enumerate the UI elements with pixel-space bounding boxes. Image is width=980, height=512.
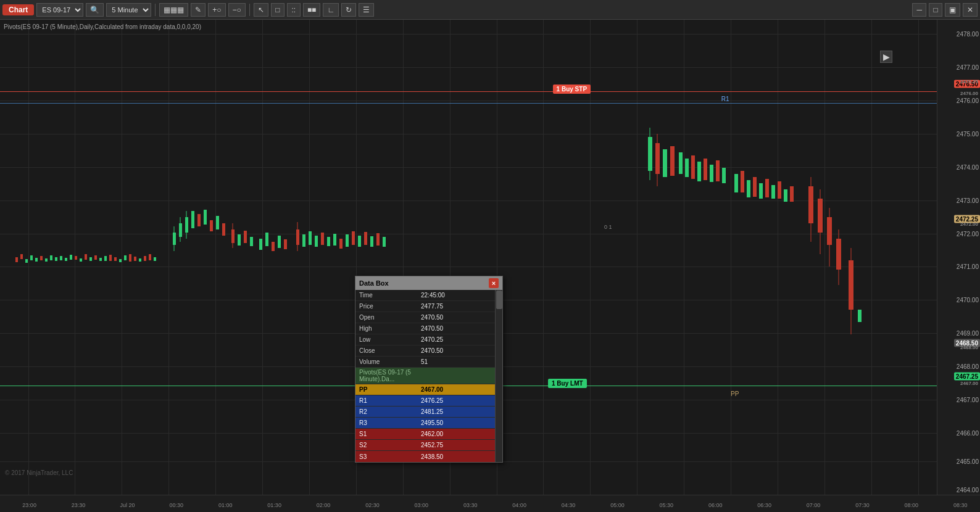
data-box-row: Low2470.25 (355, 334, 495, 345)
data-box-row: High2470.50 (355, 323, 495, 334)
svg-rect-5 (40, 256, 43, 260)
data-box-row: S22452.75 (355, 440, 495, 451)
svg-rect-55 (296, 229, 299, 245)
price-label: 2476.00 (957, 97, 979, 104)
pencil-icon: ✎ (195, 6, 201, 14)
svg-rect-104 (827, 217, 832, 245)
data-row-value: 2438.50 (417, 451, 495, 462)
window-maximize[interactable]: □ (929, 3, 942, 17)
symbol-select[interactable]: ES 09-17 (36, 3, 83, 17)
price-label: 2471.00 (957, 263, 979, 270)
svg-rect-52 (272, 242, 275, 251)
time-label: 03:00 (415, 502, 429, 508)
svg-rect-24 (134, 257, 136, 261)
svg-rect-83 (697, 162, 701, 181)
svg-rect-58 (302, 234, 305, 247)
list-button[interactable]: ☰ (359, 3, 374, 17)
svg-rect-51 (265, 233, 268, 246)
price-label: 2477.00 (957, 64, 979, 71)
svg-rect-65 (346, 234, 349, 247)
path-button[interactable]: ∟ (323, 3, 339, 17)
svg-rect-22 (124, 255, 127, 260)
data-row-label: Pivots(ES 09-17 (5 Minute).Da... (355, 368, 417, 384)
data-row-label: Low (355, 334, 417, 345)
path-icon: ∟ (327, 6, 334, 14)
svg-rect-28 (154, 257, 156, 261)
svg-rect-15 (89, 257, 92, 261)
data-box-header[interactable]: Data Box × (355, 276, 502, 290)
cursor-button[interactable]: ↖ (254, 3, 268, 17)
window-minimize[interactable]: ─ (912, 3, 926, 17)
svg-rect-110 (849, 260, 853, 310)
bar-type-button[interactable]: ▦▦▦ (159, 3, 188, 17)
price-label: 2464.00 (957, 487, 979, 493)
window-close[interactable]: ✕ (963, 3, 978, 17)
time-label: Jul 20 (120, 502, 135, 508)
snapshot-button[interactable]: □ (271, 3, 284, 17)
svg-rect-84 (704, 159, 707, 180)
time-label: 05:00 (610, 502, 625, 508)
svg-rect-63 (333, 234, 336, 246)
chart-main[interactable]: Pivots(ES 09-17 (5 Minute),Daily,Calcula… (0, 20, 937, 495)
data-row-label: S2 (355, 440, 417, 450)
svg-rect-9 (60, 256, 62, 260)
grid-button[interactable]: :: (287, 3, 301, 17)
data-box-close-button[interactable]: × (489, 278, 499, 288)
window-restore[interactable]: ▣ (945, 3, 960, 17)
data-row-label: Volume (355, 357, 417, 367)
svg-rect-85 (710, 165, 713, 182)
data-row-label: Price (355, 301, 417, 312)
svg-rect-93 (765, 179, 769, 197)
data-row-label: R3 (355, 418, 417, 428)
svg-rect-86 (716, 160, 720, 181)
timeframe-select[interactable]: 5 Minute (106, 3, 151, 17)
svg-rect-89 (741, 171, 744, 192)
svg-rect-47 (238, 234, 241, 246)
refresh-button[interactable]: ↻ (341, 3, 356, 17)
svg-rect-39 (197, 214, 201, 226)
time-axis: 23:00 23:30 Jul 20 00:30 01:00 01:30 02:… (0, 495, 980, 512)
svg-rect-96 (784, 189, 787, 202)
time-label: 23:30 (72, 502, 86, 508)
data-row-value: 2467.00 (417, 384, 495, 395)
navigate-button[interactable]: ▶ (880, 51, 892, 63)
data-box-row: S32438.50 (355, 451, 495, 462)
chart-tab[interactable]: Chart (2, 4, 34, 15)
search-button[interactable]: 🔍 (86, 3, 104, 17)
svg-rect-66 (352, 231, 355, 245)
zoom-in-button[interactable]: +○ (208, 3, 225, 17)
svg-rect-27 (149, 254, 151, 260)
scrollbar-thumb[interactable] (496, 291, 502, 309)
data-row-value (417, 368, 495, 384)
zoom-out-button[interactable]: −○ (228, 3, 246, 17)
svg-rect-0 (15, 257, 18, 262)
draw-button[interactable]: ✎ (191, 3, 206, 17)
list-icon: ☰ (363, 6, 370, 14)
svg-rect-53 (278, 236, 281, 248)
grid-icon: :: (292, 6, 296, 14)
svg-rect-82 (691, 155, 695, 179)
time-label: 01:30 (267, 502, 281, 508)
price-sub-1: 2476.25 (958, 78, 980, 85)
svg-rect-21 (119, 259, 122, 262)
svg-rect-17 (99, 258, 102, 261)
svg-rect-91 (753, 177, 757, 197)
data-box-row: Time22:45:00 (355, 290, 495, 301)
strategy-button[interactable]: ■■ (303, 3, 321, 17)
svg-rect-49 (250, 237, 253, 246)
time-label: 00:30 (170, 502, 184, 508)
price-label: 2466.00 (957, 429, 979, 436)
time-label: 23:00 (22, 502, 36, 508)
data-box-rows: Time22:45:00Price2477.75Open2470.50High2… (355, 290, 495, 462)
svg-rect-70 (376, 233, 380, 246)
svg-rect-12 (75, 256, 77, 260)
separator-1 (155, 4, 156, 16)
svg-rect-72 (648, 137, 652, 171)
separator-2 (249, 4, 250, 16)
data-row-value: 2470.50 (417, 312, 495, 323)
price-sub-4: 2468.00 (958, 344, 980, 351)
price-label: 2465.00 (957, 458, 979, 465)
data-row-label: R2 (355, 407, 417, 417)
data-box-scrollbar[interactable] (495, 290, 502, 462)
data-row-value: 2495.50 (417, 418, 495, 428)
